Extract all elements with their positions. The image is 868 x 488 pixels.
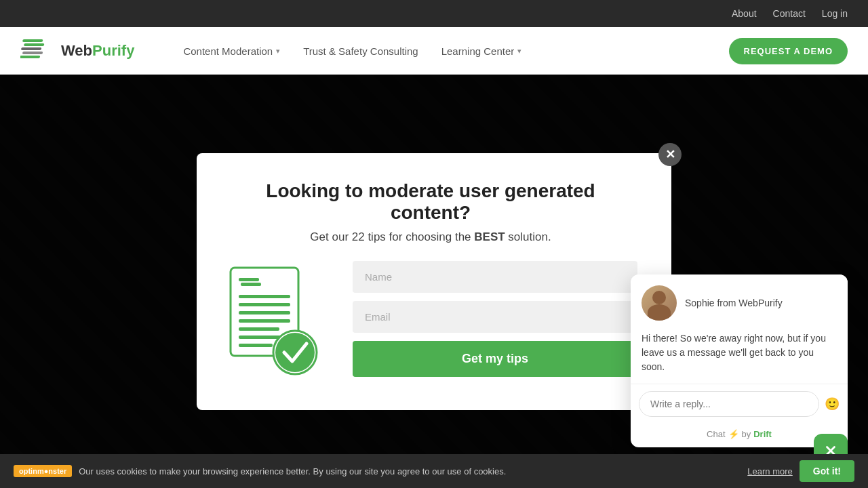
- drift-agent-name: Sophie from WebPurify: [685, 298, 783, 308]
- drift-agent-avatar: [642, 285, 677, 321]
- svg-rect-3: [22, 52, 43, 54]
- main-navbar: WebPurify Content Moderation ▾ Trust & S…: [0, 27, 868, 75]
- nav-learning-center[interactable]: Learning Center ▾: [433, 40, 530, 62]
- logo-wordmark: WebPurify: [61, 42, 134, 60]
- page-background: ✕ Looking to moderate user generated con…: [0, 75, 868, 488]
- drift-message: Hi there! So we're away right now, but i…: [631, 331, 848, 384]
- login-link[interactable]: Log in: [822, 8, 848, 19]
- modal-close-button[interactable]: ✕: [658, 143, 682, 166]
- email-input[interactable]: [353, 301, 637, 333]
- svg-rect-12: [239, 327, 279, 331]
- name-input[interactable]: [353, 261, 637, 293]
- svg-rect-4: [20, 56, 40, 58]
- got-it-button[interactable]: Got it!: [800, 460, 854, 482]
- emoji-icon[interactable]: 🙂: [825, 396, 840, 411]
- svg-rect-9: [239, 303, 290, 306]
- content-moderation-chevron-icon: ▾: [276, 47, 280, 56]
- modal-title: Looking to moderate user generated conte…: [224, 180, 637, 224]
- nav-links: Content Moderation ▾ Trust & Safety Cons…: [175, 40, 701, 62]
- get-tips-button[interactable]: Get my tips: [353, 341, 637, 377]
- request-demo-button[interactable]: REQUEST A DEMO: [729, 38, 848, 64]
- drift-brand-link[interactable]: Drift: [753, 429, 772, 439]
- svg-rect-2: [21, 47, 42, 50]
- drift-reply-input[interactable]: [639, 391, 819, 417]
- logo[interactable]: WebPurify: [20, 34, 134, 68]
- modal-form: Get my tips: [353, 261, 637, 383]
- svg-rect-0: [22, 39, 43, 42]
- drift-lightning-icon: ⚡: [728, 429, 739, 439]
- modal-body: Get my tips: [224, 261, 637, 383]
- drift-chat-widget: Sophie from WebPurify Hi there! So we're…: [631, 274, 848, 447]
- nav-content-moderation[interactable]: Content Moderation ▾: [175, 40, 288, 62]
- drift-input-row: 🙂: [631, 384, 848, 424]
- svg-rect-6: [239, 278, 259, 281]
- optinmonster-logo: optinm●nster: [14, 465, 72, 477]
- about-link[interactable]: About: [732, 8, 757, 19]
- svg-rect-11: [239, 319, 290, 323]
- svg-rect-1: [24, 43, 45, 46]
- optinmonster-label: optinm●nster: [19, 467, 66, 475]
- nav-trust-safety[interactable]: Trust & Safety Consulting: [295, 40, 427, 62]
- svg-rect-7: [241, 283, 261, 286]
- modal-subtitle: Get our 22 tips for choosing the BEST so…: [310, 230, 551, 244]
- svg-rect-10: [239, 311, 290, 314]
- modal-illustration: [224, 261, 332, 383]
- cookie-consent-bar: optinm●nster Our uses cookies to make yo…: [0, 454, 868, 488]
- top-utility-bar: About Contact Log in: [0, 0, 868, 27]
- lead-capture-modal: ✕ Looking to moderate user generated con…: [197, 153, 671, 410]
- cookie-text: Our uses cookies to make your browsing e…: [79, 466, 741, 476]
- contact-link[interactable]: Contact: [773, 8, 806, 19]
- drift-header: Sophie from WebPurify: [631, 274, 848, 331]
- svg-rect-8: [239, 295, 290, 298]
- svg-point-16: [275, 333, 315, 372]
- learning-center-chevron-icon: ▾: [517, 47, 521, 56]
- learn-more-link[interactable]: Learn more: [747, 466, 792, 476]
- svg-rect-14: [239, 344, 273, 347]
